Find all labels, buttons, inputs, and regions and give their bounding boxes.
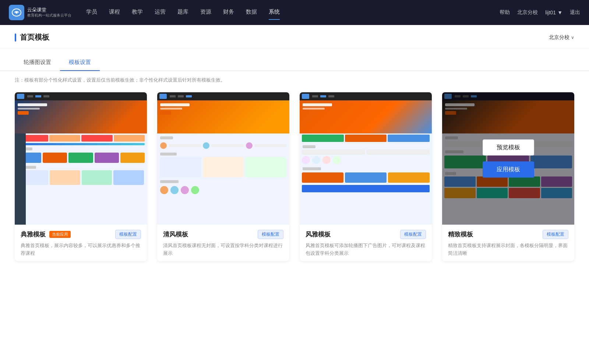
nav-item-questions[interactable]: 题库 <box>177 8 188 17</box>
coupon-item <box>81 135 113 142</box>
branch-label: 北京分校 <box>549 34 569 41</box>
template-card-1[interactable]: 典雅模板 当前应用 模板配置 典雅首页模板，展示内容较多，可以展示优惠券和多个推… <box>15 92 147 261</box>
page-header: 首页模板 北京分校 ∨ <box>0 25 589 49</box>
branch-link[interactable]: 北京分校 <box>517 9 538 16</box>
logout-link[interactable]: 退出 <box>570 9 580 16</box>
mini-nav-item <box>35 95 41 97</box>
mini-logo-2 <box>159 94 167 99</box>
template-name-row-3: 风雅模板 模板配置 <box>306 230 426 239</box>
template-preview-1 <box>15 92 147 225</box>
nav-links: 学员 课程 教学 运营 题库 资源 财务 数据 系统 <box>86 8 500 17</box>
logo-subtitle: 教育机构一站式服务云平台 <box>27 13 71 18</box>
mini-card <box>160 157 201 177</box>
navbar: 云朵课堂 教育机构一站式服务云平台 学员 课程 教学 运营 题库 资源 财务 数… <box>0 0 589 25</box>
mini-course-row-3 <box>300 172 432 183</box>
nav-item-operations[interactable]: 运营 <box>155 8 166 17</box>
mini-pub-course <box>302 150 365 155</box>
template-name-row-2: 清风模板 模板配置 <box>163 230 283 239</box>
template-name-3: 风雅模板 <box>306 230 331 239</box>
templates-grid: 典雅模板 当前应用 模板配置 典雅首页模板，展示内容较多，可以展示优惠券和多个推… <box>0 86 589 276</box>
mini-cards <box>15 170 147 185</box>
mini-nav-item <box>320 95 326 97</box>
mini-cards-2 <box>157 157 289 177</box>
preview-btn-4[interactable]: 预览模板 <box>483 139 534 156</box>
mini-avatar <box>191 186 199 194</box>
config-btn-2[interactable]: 模板配置 <box>258 230 283 239</box>
mini-ad-banners <box>300 133 432 143</box>
nav-item-resources[interactable]: 资源 <box>200 8 211 17</box>
template-footer-2: 清风模板 模板配置 清风首页模板课程无封面，可设置按学科分类对课程进行展示 <box>157 225 289 261</box>
help-link[interactable]: 帮助 <box>500 9 510 16</box>
page-title-row: 首页模板 <box>15 32 49 42</box>
svg-point-1 <box>15 11 18 14</box>
user-menu[interactable]: lijt01 ▼ <box>545 10 562 15</box>
mini-course <box>95 153 119 163</box>
mini-section-title <box>303 145 315 148</box>
nav-item-finance[interactable]: 财务 <box>223 8 234 17</box>
template-name-row-1: 典雅模板 当前应用 模板配置 <box>21 230 141 239</box>
mini-hero-subtext <box>303 108 325 110</box>
tab-template-settings[interactable]: 模板设置 <box>60 54 100 71</box>
mini-hero-subtext <box>160 108 182 110</box>
user-chevron-icon: ▼ <box>557 10 562 15</box>
mini-hero <box>15 100 147 133</box>
page-container: 首页模板 北京分校 ∨ 轮播图设置 模板设置 注：模板有部分个性化样式设置，设置… <box>0 25 589 364</box>
nav-item-student[interactable]: 学员 <box>86 8 97 17</box>
apply-btn-4[interactable]: 应用模板 <box>483 161 534 178</box>
mini-teacher-info <box>255 144 286 147</box>
mini-section-title <box>160 180 179 183</box>
nav-item-system[interactable]: 系统 <box>269 8 280 17</box>
template-card-4[interactable]: 预览模板 应用模板 精致模板 模板配置 精致首页模板支持课程展示封面，各模板分隔… <box>442 92 574 261</box>
mini-public-courses <box>300 150 432 155</box>
page-title: 首页模板 <box>20 32 49 42</box>
mini-logo-3 <box>302 94 309 99</box>
mini-nav-item <box>312 95 318 97</box>
mini-nav-item <box>170 95 176 97</box>
logo-icon <box>9 5 24 20</box>
mini-course <box>302 172 343 183</box>
mini-nav-item <box>328 95 334 97</box>
preview-inner-1 <box>15 92 147 225</box>
mini-section-title <box>303 167 321 170</box>
mini-hero-btn <box>18 111 29 115</box>
nav-item-teaching[interactable]: 教学 <box>132 8 143 17</box>
mini-avatar <box>170 186 179 194</box>
mini-card <box>203 157 244 177</box>
coupon-item <box>49 135 81 142</box>
mini-hero-subtext <box>18 108 40 110</box>
mini-card <box>50 170 80 185</box>
mini-ad <box>388 135 430 142</box>
mini-nav-item <box>27 95 33 97</box>
config-btn-4[interactable]: 模板配置 <box>543 230 568 239</box>
config-btn-3[interactable]: 模板配置 <box>400 230 426 239</box>
mini-nav-items-2 <box>170 95 192 97</box>
mini-card <box>245 157 286 177</box>
mini-section-title <box>160 153 177 156</box>
template-preview-4: 预览模板 应用模板 <box>442 92 574 225</box>
mini-teacher-info <box>169 144 201 147</box>
nav-item-course[interactable]: 课程 <box>109 8 120 17</box>
template-name-4: 精致模板 <box>448 230 473 239</box>
mini-ad <box>302 135 344 142</box>
preview-inner-3 <box>300 92 432 225</box>
mini-avatar <box>203 142 209 149</box>
mini-banner <box>17 143 145 145</box>
tab-slideshow[interactable]: 轮播图设置 <box>15 54 60 71</box>
mini-hero-3 <box>300 100 432 133</box>
mini-course <box>120 153 145 163</box>
mini-course-row <box>15 152 147 164</box>
template-footer-4: 精致模板 模板配置 精致首页模板支持课程展示封面，各模板分隔明显，界面简洁清晰 <box>442 225 574 261</box>
config-btn-1[interactable]: 模板配置 <box>115 230 141 239</box>
mini-stat-row <box>300 155 432 165</box>
mini-nav-item <box>186 95 192 97</box>
mini-hero-btn <box>160 111 171 115</box>
mini-cta <box>302 185 430 192</box>
tabs-row: 轮播图设置 模板设置 <box>0 54 589 71</box>
mini-stat <box>333 156 341 164</box>
nav-item-data[interactable]: 数据 <box>246 8 257 17</box>
template-card-3[interactable]: 风雅模板 模板配置 风雅首页模板可添加轮播图下广告图片，可对课程及课程包设置学科… <box>300 92 432 261</box>
branch-selector[interactable]: 北京分校 ∨ <box>549 34 574 41</box>
logo-text-block: 云朵课堂 教育机构一站式服务云平台 <box>27 7 71 18</box>
preview-main <box>15 92 147 225</box>
template-card-2[interactable]: 清风模板 模板配置 清风首页模板课程无封面，可设置按学科分类对课程进行展示 <box>157 92 289 261</box>
